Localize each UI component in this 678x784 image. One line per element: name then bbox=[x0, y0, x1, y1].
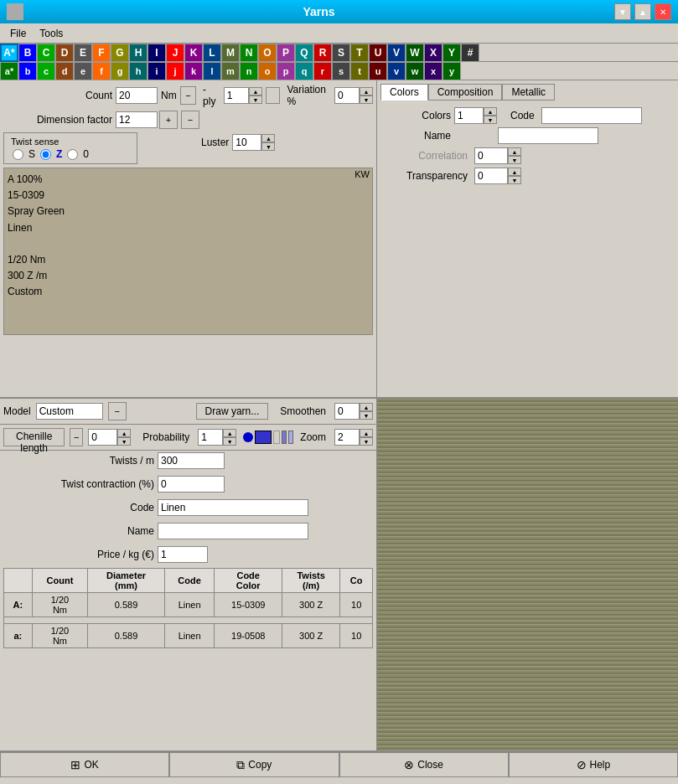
tab-J-upper[interactable]: J bbox=[166, 44, 184, 62]
tab-composition-button[interactable]: Composition bbox=[428, 84, 503, 101]
twist-z-radio[interactable] bbox=[40, 149, 51, 160]
code-field-input[interactable] bbox=[158, 499, 308, 516]
twist-contraction-input[interactable] bbox=[158, 476, 225, 493]
nm-minus-button[interactable]: − bbox=[180, 86, 196, 105]
tab-hash[interactable]: # bbox=[461, 44, 479, 62]
dimension-input[interactable] bbox=[116, 111, 158, 128]
tab-W-upper[interactable]: W bbox=[406, 44, 424, 62]
tab-M-upper[interactable]: M bbox=[221, 44, 240, 62]
tab-u-lower[interactable]: u bbox=[369, 62, 387, 80]
zoom-down-button[interactable]: ▼ bbox=[360, 437, 373, 446]
twist-0-radio[interactable] bbox=[67, 149, 78, 160]
tab-a-lower[interactable]: a* bbox=[0, 62, 18, 80]
tab-h-lower[interactable]: h bbox=[129, 62, 148, 80]
ply-input[interactable] bbox=[224, 87, 249, 104]
code-input[interactable] bbox=[541, 107, 642, 124]
minimize-button[interactable]: ▼ bbox=[614, 3, 631, 20]
ply-up-button[interactable]: ▲ bbox=[249, 87, 262, 95]
help-button[interactable]: ⊘ Help bbox=[509, 752, 678, 777]
chenille-input[interactable] bbox=[88, 429, 117, 446]
variation-up-button[interactable]: ▲ bbox=[360, 87, 373, 95]
chenille-button[interactable]: Chenille length bbox=[3, 428, 65, 446]
correlation-down-button[interactable]: ▼ bbox=[508, 156, 521, 164]
tab-t-lower[interactable]: t bbox=[350, 62, 369, 80]
tab-N-upper[interactable]: N bbox=[240, 44, 258, 62]
count-input[interactable] bbox=[116, 87, 158, 104]
transparency-down-button[interactable]: ▼ bbox=[508, 176, 521, 184]
tab-o-lower[interactable]: o bbox=[258, 62, 277, 80]
luster-input[interactable] bbox=[232, 134, 261, 151]
tab-d-lower[interactable]: d bbox=[55, 62, 74, 80]
name-input[interactable] bbox=[498, 127, 598, 144]
transparency-up-button[interactable]: ▲ bbox=[508, 168, 521, 176]
tab-E-upper[interactable]: E bbox=[74, 44, 92, 62]
tab-Y-upper[interactable]: Y bbox=[443, 44, 461, 62]
chenille-minus-button[interactable]: − bbox=[70, 428, 83, 446]
tab-K-upper[interactable]: K bbox=[184, 44, 203, 62]
tab-y-lower[interactable]: y bbox=[443, 62, 461, 80]
tab-U-upper[interactable]: U bbox=[369, 44, 387, 62]
menu-file[interactable]: File bbox=[3, 26, 33, 41]
draw-yarn-button[interactable]: Draw yarn... bbox=[196, 403, 269, 420]
tab-l-lower[interactable]: l bbox=[203, 62, 221, 80]
twists-input[interactable] bbox=[158, 452, 225, 469]
smoothen-down-button[interactable]: ▼ bbox=[360, 411, 373, 420]
tab-c-lower[interactable]: c bbox=[37, 62, 55, 80]
tab-D-upper[interactable]: D bbox=[55, 44, 74, 62]
tab-q-lower[interactable]: q bbox=[295, 62, 313, 80]
tab-n-lower[interactable]: n bbox=[240, 62, 258, 80]
tab-H-upper[interactable]: H bbox=[129, 44, 148, 62]
tab-j-lower[interactable]: j bbox=[166, 62, 184, 80]
tab-Q-upper[interactable]: Q bbox=[295, 44, 313, 62]
smoothen-up-button[interactable]: ▲ bbox=[360, 403, 373, 411]
tab-S-upper[interactable]: S bbox=[332, 44, 350, 62]
close-button[interactable]: ✕ bbox=[655, 3, 671, 20]
tab-m-lower[interactable]: m bbox=[221, 62, 240, 80]
tab-L-upper[interactable]: L bbox=[203, 44, 221, 62]
smoothen-input[interactable] bbox=[334, 403, 360, 420]
tab-b-lower[interactable]: b bbox=[18, 62, 37, 80]
tab-P-upper[interactable]: P bbox=[277, 44, 295, 62]
tab-A-upper[interactable]: A* bbox=[0, 44, 18, 62]
colors-down-button[interactable]: ▼ bbox=[484, 116, 497, 124]
model-minus-button[interactable]: − bbox=[108, 402, 127, 420]
maximize-button[interactable]: ▲ bbox=[634, 3, 651, 20]
tab-metallic-button[interactable]: Metallic bbox=[502, 84, 555, 101]
correlation-input[interactable] bbox=[474, 147, 508, 164]
zoom-input[interactable] bbox=[334, 429, 360, 446]
tab-w-lower[interactable]: w bbox=[406, 62, 424, 80]
correlation-up-button[interactable]: ▲ bbox=[508, 147, 521, 156]
tab-r-lower[interactable]: r bbox=[313, 62, 332, 80]
tab-v-lower[interactable]: v bbox=[387, 62, 406, 80]
close-button[interactable]: ⊗ Close bbox=[339, 752, 509, 777]
tab-R-upper[interactable]: R bbox=[313, 44, 332, 62]
zoom-up-button[interactable]: ▲ bbox=[360, 429, 373, 437]
transparency-input[interactable] bbox=[474, 168, 508, 184]
tab-f-lower[interactable]: f bbox=[92, 62, 111, 80]
tab-k-lower[interactable]: k bbox=[184, 62, 203, 80]
tab-s-lower[interactable]: s bbox=[332, 62, 350, 80]
tab-colors-button[interactable]: Colors bbox=[380, 84, 428, 101]
tab-g-lower[interactable]: g bbox=[111, 62, 129, 80]
tab-p-lower[interactable]: p bbox=[277, 62, 295, 80]
ply-down-button[interactable]: ▼ bbox=[249, 95, 262, 104]
dimension-minus-button[interactable]: − bbox=[181, 111, 199, 129]
price-input[interactable] bbox=[158, 546, 208, 563]
tab-T-upper[interactable]: T bbox=[350, 44, 369, 62]
tab-C-upper[interactable]: C bbox=[37, 44, 55, 62]
luster-down-button[interactable]: ▼ bbox=[261, 142, 275, 151]
probability-input[interactable] bbox=[198, 429, 223, 446]
tab-i-lower[interactable]: i bbox=[148, 62, 166, 80]
colors-up-button[interactable]: ▲ bbox=[484, 107, 497, 116]
twist-s-radio[interactable] bbox=[13, 149, 23, 160]
luster-up-button[interactable]: ▲ bbox=[261, 134, 275, 142]
variation-down-button[interactable]: ▼ bbox=[360, 95, 373, 104]
tab-x-lower[interactable]: x bbox=[424, 62, 443, 80]
tab-X-upper[interactable]: X bbox=[424, 44, 443, 62]
tab-G-upper[interactable]: G bbox=[111, 44, 129, 62]
colors-input[interactable] bbox=[454, 107, 484, 124]
model-input[interactable] bbox=[36, 403, 103, 420]
menu-tools[interactable]: Tools bbox=[33, 26, 70, 41]
name-field-input[interactable] bbox=[158, 523, 308, 539]
probability-up-button[interactable]: ▲ bbox=[223, 429, 236, 437]
